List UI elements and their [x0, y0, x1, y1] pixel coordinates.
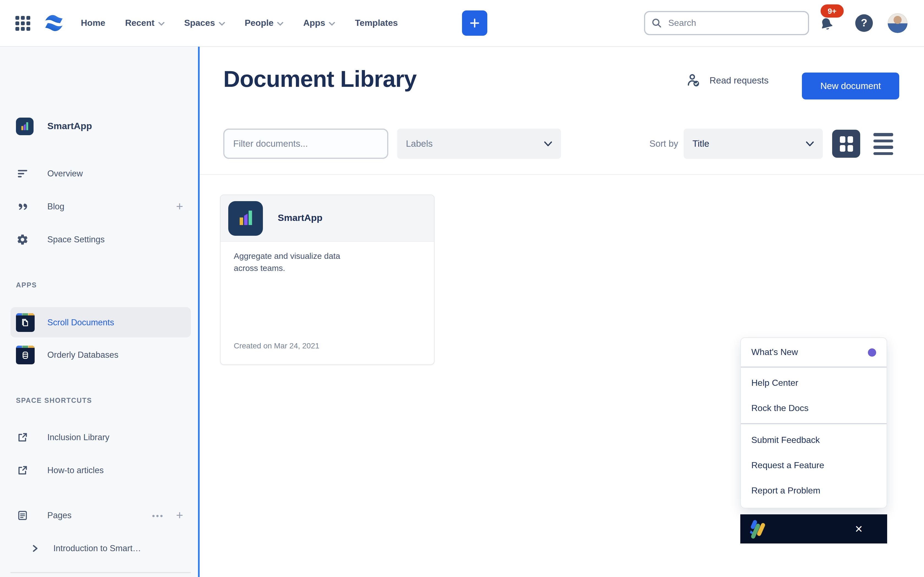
- scroll-documents-icon: [16, 313, 35, 332]
- plus-icon: [469, 18, 480, 29]
- document-card-icon: [228, 201, 263, 235]
- sidebar-item-scroll-documents[interactable]: Scroll Documents: [10, 307, 191, 337]
- chevron-down-icon: [158, 22, 165, 26]
- sidebar-item-blog[interactable]: Blog +: [10, 195, 191, 219]
- notification-badge: 9+: [821, 5, 844, 18]
- close-icon[interactable]: ✕: [855, 524, 863, 534]
- question-icon: ?: [861, 17, 867, 29]
- user-avatar[interactable]: [888, 13, 908, 33]
- menu-item-request-a-feature[interactable]: Request a Feature: [741, 453, 887, 478]
- sidebar-item-pages[interactable]: Pages ••• +: [10, 503, 191, 527]
- pages-more-button[interactable]: •••: [152, 511, 164, 520]
- menu-item-rock-the-docs[interactable]: Rock the Docs: [741, 396, 887, 421]
- sort-by-label: Sort by: [623, 129, 678, 159]
- chevron-down-icon: [329, 22, 335, 26]
- nav-item-apps[interactable]: Apps: [303, 18, 335, 28]
- menu-item-whats-new[interactable]: What's New: [741, 338, 887, 367]
- space-icon: [16, 118, 34, 135]
- read-requests-button[interactable]: Read requests: [686, 73, 769, 88]
- sidebar-item-introduction-page[interactable]: Introduction to Smart…: [10, 536, 191, 561]
- external-link-icon: [16, 464, 29, 477]
- help-popup-menu: What's New Help Center Rock the Docs Sub…: [740, 337, 887, 508]
- nav-item-spaces[interactable]: Spaces: [184, 18, 225, 28]
- gear-icon: [16, 233, 29, 246]
- search-input[interactable]: [667, 18, 796, 29]
- space-name: SmartApp: [47, 121, 92, 132]
- grid-view-button[interactable]: [832, 130, 860, 158]
- sidebar-item-how-to-articles[interactable]: How-to articles: [10, 458, 191, 482]
- app-switcher-icon[interactable]: [15, 16, 30, 31]
- sidebar-item-orderly-databases[interactable]: Orderly Databases: [10, 343, 191, 367]
- new-document-button[interactable]: New document: [802, 73, 899, 100]
- menu-item-submit-feedback[interactable]: Submit Feedback: [741, 427, 887, 453]
- nav-item-people[interactable]: People: [245, 18, 284, 28]
- nav-item-templates[interactable]: Templates: [355, 18, 398, 28]
- k15t-logo-icon: [748, 518, 767, 540]
- sidebar-item-space-settings[interactable]: Space Settings: [10, 227, 191, 252]
- search-icon: [652, 18, 662, 28]
- nav-item-home[interactable]: Home: [81, 18, 105, 28]
- vendor-banner: ✕: [740, 514, 887, 543]
- labels-filter-select[interactable]: Labels: [397, 129, 561, 159]
- chevron-down-icon: [806, 141, 814, 147]
- sidebar-divider: [10, 572, 191, 573]
- chevron-down-icon: [219, 22, 225, 26]
- chevron-right-icon: [31, 542, 39, 555]
- section-header-apps: APPS: [16, 281, 37, 289]
- create-button[interactable]: [462, 10, 487, 36]
- page-title: Document Library: [223, 66, 417, 92]
- confluence-logo-icon[interactable]: [44, 13, 64, 33]
- sidebar-item-overview[interactable]: Overview: [10, 161, 191, 186]
- nav-menu: Home Recent Spaces People Apps Templates: [81, 0, 398, 46]
- menu-group-feedback: Submit Feedback Request a Feature Report…: [741, 424, 887, 503]
- chevron-down-icon: [544, 141, 552, 147]
- help-button[interactable]: ?: [855, 14, 873, 32]
- space-header[interactable]: SmartApp: [10, 113, 191, 140]
- section-header-space-shortcuts: SPACE SHORTCUTS: [16, 397, 92, 405]
- page-icon: [16, 509, 29, 522]
- chevron-down-icon: [278, 22, 284, 26]
- menu-item-help-center[interactable]: Help Center: [741, 371, 887, 396]
- notifications-button[interactable]: 9+: [817, 5, 844, 37]
- document-card[interactable]: SmartApp Aggregate and visualize data ac…: [220, 195, 435, 365]
- sidebar-item-inclusion-library[interactable]: Inclusion Library: [10, 425, 191, 450]
- space-sidebar: SmartApp Overview Blog + Space Settings: [0, 46, 198, 577]
- whats-new-dot: [868, 348, 876, 356]
- sidebar-resize-handle[interactable]: [198, 46, 200, 577]
- menu-item-report-a-problem[interactable]: Report a Problem: [741, 478, 887, 503]
- filter-documents-input[interactable]: [223, 129, 388, 159]
- menu-group-help: Help Center Rock the Docs: [741, 367, 887, 424]
- document-card-created: Created on Mar 24, 2021: [234, 341, 319, 350]
- list-view-button[interactable]: [873, 133, 893, 155]
- sort-select[interactable]: Title: [684, 129, 823, 159]
- orderly-databases-icon: [16, 346, 35, 364]
- toolbar-divider: [200, 174, 924, 175]
- search-box: [644, 11, 809, 35]
- bell-icon: [817, 15, 837, 35]
- confluence-app: Home Recent Spaces People Apps Templates: [0, 0, 924, 577]
- document-card-description: Aggregate and visualize data across team…: [234, 250, 355, 274]
- document-card-header: SmartApp: [221, 195, 434, 242]
- add-blog-button[interactable]: +: [176, 201, 183, 213]
- align-left-icon: [16, 167, 29, 180]
- add-page-button[interactable]: +: [176, 509, 183, 522]
- nav-item-recent[interactable]: Recent: [125, 18, 165, 28]
- top-nav: Home Recent Spaces People Apps Templates: [0, 0, 924, 47]
- external-link-icon: [16, 431, 29, 444]
- person-check-icon: [686, 73, 701, 88]
- document-card-title: SmartApp: [278, 213, 322, 224]
- quote-icon: [16, 200, 29, 213]
